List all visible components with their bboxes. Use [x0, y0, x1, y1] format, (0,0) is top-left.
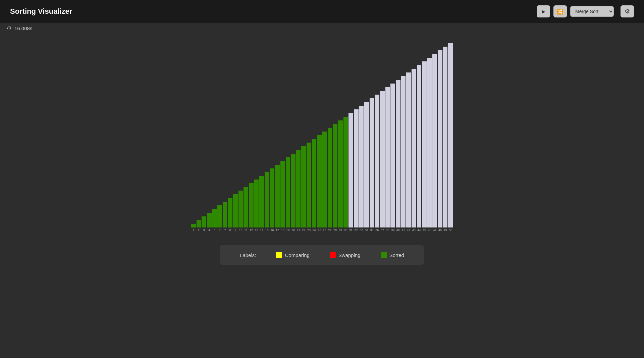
bar-group: 40	[396, 80, 400, 232]
algorithm-select[interactable]: Bubble SortSelection SortInsertion SortM…	[570, 6, 614, 17]
bar-index-label: 16	[270, 229, 274, 232]
bar-index-label: 48	[438, 229, 442, 232]
bar	[338, 120, 343, 227]
bar	[259, 176, 264, 227]
bar-index-label: 21	[297, 229, 300, 232]
bar-index-label: 35	[370, 229, 374, 232]
play-icon: ▶	[542, 9, 545, 14]
legend-area: Labels: Comparing Swapping Sorted	[0, 245, 644, 265]
bar	[217, 205, 222, 227]
timer-value: 16.008s	[14, 25, 32, 31]
bar	[343, 117, 348, 227]
bar-index-label: 18	[281, 229, 284, 232]
bar-group: 7	[223, 202, 227, 232]
bar-group: 28	[333, 124, 337, 232]
bar	[438, 50, 442, 227]
bar-group: 24	[312, 139, 317, 232]
bar-group: 13	[254, 180, 259, 232]
gear-icon: ⚙	[625, 8, 630, 15]
bar-group: 20	[291, 154, 296, 232]
bar	[380, 91, 385, 227]
bar-group: 8	[228, 198, 232, 232]
bar-index-label: 42	[407, 229, 410, 232]
bar-index-label: 3	[203, 229, 205, 232]
bar-group: 11	[244, 187, 248, 232]
bar	[390, 84, 395, 227]
bar-index-label: 11	[244, 229, 248, 232]
bar-group: 22	[301, 146, 306, 232]
bar-index-label: 24	[313, 229, 316, 232]
bar-index-label: 6	[219, 229, 221, 232]
bar-index-label: 22	[302, 229, 305, 232]
bar-index-label: 14	[260, 229, 263, 232]
sorted-color-swatch	[381, 252, 387, 258]
bar-group: 35	[370, 98, 374, 232]
legend-sorted: Sorted	[381, 252, 404, 258]
bar-group: 46	[427, 58, 432, 232]
bar	[223, 202, 227, 227]
bar-group: 47	[432, 54, 437, 232]
bar-index-label: 40	[396, 229, 400, 232]
bar-index-label: 10	[239, 229, 243, 232]
bar-group: 48	[438, 50, 442, 232]
bar	[275, 165, 280, 227]
bar	[396, 80, 400, 227]
settings-button[interactable]: ⚙	[621, 5, 634, 17]
bar-group: 9	[233, 194, 238, 232]
shuffle-button[interactable]: 🔀	[553, 5, 567, 17]
comparing-color-swatch	[276, 252, 282, 258]
bar-group: 49	[443, 47, 448, 232]
bar-group: 38	[385, 87, 390, 232]
bar	[322, 132, 327, 227]
bar-group: 2	[197, 220, 201, 232]
bar-index-label: 50	[449, 229, 452, 232]
legend-swapping: Swapping	[330, 252, 361, 258]
bar-index-label: 44	[417, 229, 421, 232]
app-title: Sorting Visualizer	[10, 7, 530, 16]
bar-index-label: 12	[250, 229, 253, 232]
bar	[422, 61, 427, 227]
sorted-label: Sorted	[389, 252, 404, 258]
bar-index-label: 33	[360, 229, 363, 232]
bar-index-label: 25	[318, 229, 321, 232]
bar	[202, 216, 206, 227]
bar	[228, 198, 232, 227]
header: Sorting Visualizer ▶ 🔀 Bubble SortSelect…	[0, 0, 644, 23]
bar-index-label: 19	[286, 229, 289, 232]
bar-index-label: 39	[391, 229, 394, 232]
bar-group: 5	[212, 209, 217, 232]
bar-group: 44	[417, 65, 422, 232]
bar	[296, 150, 301, 227]
bar-index-label: 43	[412, 229, 416, 232]
bar-group: 12	[249, 183, 254, 232]
bar-group: 39	[390, 84, 395, 232]
bar-group: 27	[328, 128, 332, 232]
bar-group: 16	[270, 168, 275, 232]
bar-index-label: 36	[375, 229, 379, 232]
bar	[385, 87, 390, 227]
bar-index-label: 15	[265, 229, 269, 232]
bar-group: 32	[354, 109, 359, 232]
header-right: ⚙	[621, 5, 634, 17]
bar-group: 3	[202, 216, 206, 232]
bar-index-label: 47	[433, 229, 436, 232]
bar-group: 14	[259, 176, 264, 232]
bar-group: 29	[338, 120, 343, 232]
bar-group: 26	[322, 132, 327, 232]
bar	[244, 187, 248, 227]
bar-index-label: 38	[386, 229, 389, 232]
bar	[307, 143, 311, 227]
bar-group: 4	[207, 213, 212, 232]
bar	[301, 146, 306, 227]
bar	[238, 191, 243, 227]
bar	[317, 135, 322, 227]
bar	[254, 180, 259, 227]
timer-icon: ⏱	[7, 25, 12, 31]
bar	[191, 224, 196, 227]
bar	[417, 65, 422, 227]
bar	[359, 106, 364, 227]
bar-group: 18	[280, 161, 285, 232]
bar-index-label: 5	[214, 229, 215, 232]
play-button[interactable]: ▶	[537, 5, 550, 17]
bar	[354, 109, 359, 227]
